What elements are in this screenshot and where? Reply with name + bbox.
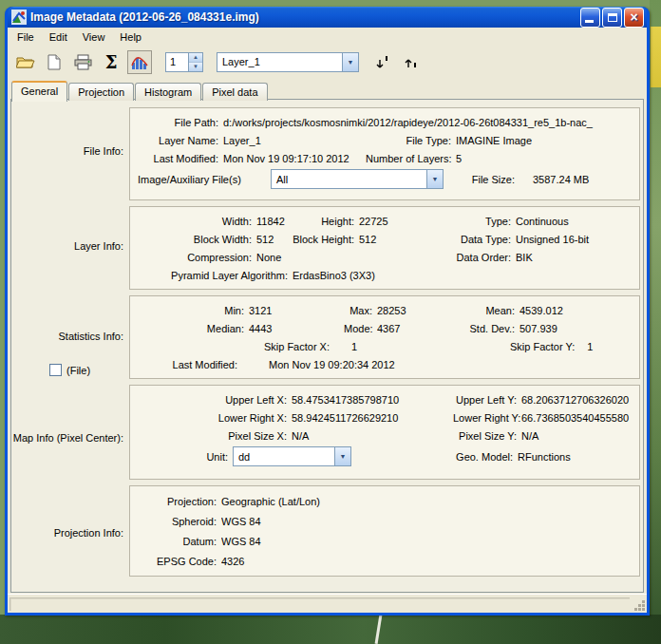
open-button[interactable] xyxy=(13,50,38,74)
median-value: 4443 xyxy=(249,323,344,334)
number-of-layers-value: 5 xyxy=(456,153,632,164)
minimize-icon xyxy=(585,20,594,23)
data-order-value: BIK xyxy=(516,252,632,263)
titlebar[interactable]: Image Metadata (2012-06-26_084331e.img) … xyxy=(8,7,647,28)
menu-help[interactable]: Help xyxy=(112,29,149,45)
width-label: Width: xyxy=(138,216,256,227)
last-modified-label: Last Modified: xyxy=(138,153,223,164)
layer-up-button[interactable] xyxy=(370,50,395,74)
skip-factor-x-label: Skip Factor X: xyxy=(138,341,334,352)
file-statistics-checkbox-group: (File) xyxy=(49,364,90,376)
resize-grip[interactable] xyxy=(633,598,646,612)
stats-last-modified-label: Last Modified: xyxy=(138,359,242,370)
tabstrip: General Projection Histogram Pixel data xyxy=(8,77,647,102)
chevron-down-icon[interactable]: ▼ xyxy=(426,170,443,188)
statistics-button[interactable]: Σ xyxy=(99,50,123,74)
layer-number-stepper[interactable]: 1 ▲ ▼ xyxy=(165,52,203,72)
upper-left-x-label: Upper Left X: xyxy=(138,394,292,406)
layer-name-row: Layer Name: Layer_1 File Type: IMAGINE I… xyxy=(138,131,632,149)
upper-left-y-label: Upper Left Y: xyxy=(453,394,521,406)
std-dev-value: 507.939 xyxy=(519,323,632,334)
data-type-label: Data Type: xyxy=(449,234,516,245)
close-icon: × xyxy=(630,10,637,24)
app-icon xyxy=(11,9,27,25)
tab-pixel-data[interactable]: Pixel data xyxy=(202,83,267,101)
mean-label: Mean: xyxy=(451,305,519,316)
print-button[interactable] xyxy=(70,50,95,74)
layer-down-button[interactable] xyxy=(399,50,424,74)
window-title: Image Metadata (2012-06-26_084331e.img) xyxy=(30,10,578,24)
file-size-label: File Size: xyxy=(457,174,519,185)
stepper-up-icon[interactable]: ▲ xyxy=(189,53,202,63)
aux-files-row: Image/Auxiliary File(s) All ▼ File Size:… xyxy=(138,167,632,191)
general-tab-panel: File Info: Layer Info: Statistics Info: … xyxy=(10,99,644,593)
window-client-area: File Edit View Help xyxy=(8,28,647,613)
new-file-button[interactable] xyxy=(42,50,66,74)
max-value: 28253 xyxy=(377,305,451,316)
close-button[interactable]: × xyxy=(624,8,644,28)
data-order-label: Data Order: xyxy=(449,252,516,263)
menu-edit[interactable]: Edit xyxy=(42,29,75,45)
projection-label: Projection: xyxy=(138,496,221,507)
unit-select-value: dd xyxy=(234,451,334,463)
skip-factor-x-value: 1 xyxy=(334,341,505,352)
geo-model-value: RFunctions xyxy=(518,451,632,463)
menu-file[interactable]: File xyxy=(9,29,42,45)
stepper-down-icon[interactable]: ▼ xyxy=(189,63,202,71)
histogram-button[interactable] xyxy=(127,50,152,74)
new-file-icon xyxy=(47,54,61,70)
last-modified-value: Mon Nov 19 09:17:10 2012 xyxy=(223,153,366,164)
stepper-buttons: ▲ ▼ xyxy=(188,53,202,71)
projection-row: Projection: Geographic (Lat/Lon) xyxy=(138,491,632,511)
upper-left-row: Upper Left X: 58.4753417385798710 Upper … xyxy=(138,390,632,408)
lower-right-row: Lower Right X: 58.9424511726629210 Lower… xyxy=(138,408,632,426)
image-metadata-window: Image Metadata (2012-06-26_084331e.img) … xyxy=(5,7,650,616)
pyramid-value: ErdasBino3 (3X3) xyxy=(293,270,632,281)
stats-row-1: Min: 3121 Max: 28253 Mean: 4539.012 xyxy=(138,301,632,319)
mode-value: 4367 xyxy=(377,323,451,334)
aux-files-select[interactable]: All ▼ xyxy=(271,169,444,189)
file-statistics-checkbox[interactable] xyxy=(49,364,62,376)
upper-left-x-value: 58.4753417385798710 xyxy=(292,394,453,406)
stats-row-2: Median: 4443 Mode: 4367 Std. Dev.: 507.9… xyxy=(138,319,632,337)
arrow-up-icon xyxy=(375,54,390,69)
file-info-box: File Path: d:/works/projects/kosmosnimki… xyxy=(129,107,640,200)
block-width-label: Block Width: xyxy=(138,234,256,245)
spheroid-value: WGS 84 xyxy=(221,516,632,527)
tab-general[interactable]: General xyxy=(11,81,67,102)
chevron-down-icon[interactable]: ▼ xyxy=(334,447,350,465)
unit-select[interactable]: dd ▼ xyxy=(233,446,351,466)
chevron-down-icon[interactable]: ▼ xyxy=(342,53,358,71)
stats-last-modified-row: Last Modified: Mon Nov 19 09:20:34 2012 xyxy=(138,355,632,373)
epsg-row: EPSG Code: 4326 xyxy=(138,551,632,571)
minimize-button[interactable] xyxy=(580,8,600,28)
map-info-box: Upper Left X: 58.4753417385798710 Upper … xyxy=(129,385,640,480)
median-label: Median: xyxy=(138,323,249,334)
file-info-label: File Info: xyxy=(11,145,123,157)
layer-info-box: Width: 11842 Height: 22725 Type: Continu… xyxy=(129,206,640,290)
type-label: Type: xyxy=(449,216,516,227)
statusbar xyxy=(8,594,647,613)
tab-projection[interactable]: Projection xyxy=(68,83,134,101)
skip-factor-row: Skip Factor X: 1 Skip Factor Y: 1 xyxy=(138,337,632,355)
layer-select[interactable]: Layer_1 ▼ xyxy=(217,52,359,72)
layer-select-value: Layer_1 xyxy=(217,56,342,67)
lower-right-x-label: Lower Right X: xyxy=(138,412,292,424)
tab-histogram[interactable]: Histogram xyxy=(135,83,201,101)
min-label: Min: xyxy=(138,305,249,316)
layer-number-value: 1 xyxy=(166,53,188,71)
maximize-button[interactable] xyxy=(602,8,622,28)
data-type-value: Unsigned 16-bit xyxy=(516,234,632,245)
upper-left-y-value: 68.2063712706326020 xyxy=(521,394,632,406)
datum-row: Datum: WGS 84 xyxy=(138,531,632,551)
layer-dims-row: Width: 11842 Height: 22725 Type: Continu… xyxy=(138,212,632,230)
projection-info-box: Projection: Geographic (Lat/Lon) Spheroi… xyxy=(129,485,640,577)
printer-icon xyxy=(74,54,92,70)
menu-view[interactable]: View xyxy=(75,29,113,45)
statistics-info-box: Min: 3121 Max: 28253 Mean: 4539.012 Medi… xyxy=(129,295,640,379)
map-info-label: Map Info (Pixel Center): xyxy=(11,432,123,444)
geo-model-label: Geo. Model: xyxy=(351,451,518,463)
pixel-size-x-value: N/A xyxy=(292,430,453,442)
maximize-icon xyxy=(608,13,617,22)
compression-row: Compression: None Data Order: BIK xyxy=(138,248,632,266)
